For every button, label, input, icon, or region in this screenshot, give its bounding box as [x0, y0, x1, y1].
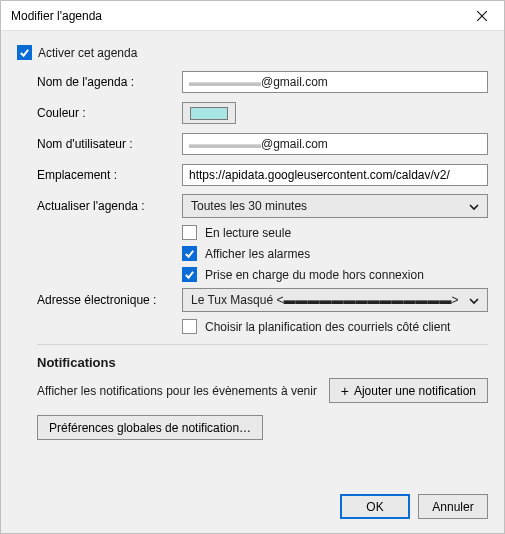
notifications-description: Afficher les notifications pour les évèn…	[37, 384, 319, 398]
refresh-value: Toutes les 30 minutes	[191, 199, 469, 213]
refresh-select[interactable]: Toutes les 30 minutes	[182, 194, 488, 218]
email-label: Adresse électronique :	[37, 293, 182, 307]
cancel-button[interactable]: Annuler	[418, 494, 488, 519]
titlebar: Modifier l'agenda	[1, 1, 504, 31]
chevron-down-icon	[469, 295, 479, 305]
activate-row: Activer cet agenda	[17, 45, 488, 60]
close-icon	[477, 11, 487, 21]
check-icon	[184, 248, 195, 259]
check-icon	[184, 269, 195, 280]
username-label: Nom d'utilisateur :	[37, 137, 182, 151]
offline-checkbox[interactable]	[182, 267, 197, 282]
calendar-name-label: Nom de l'agenda :	[37, 75, 182, 89]
color-picker-button[interactable]	[182, 102, 236, 124]
global-notification-prefs-button[interactable]: Préférences globales de notification…	[37, 415, 263, 440]
email-select[interactable]: Le Tux Masqué <▬▬▬▬▬▬▬▬▬▬▬▬▬▬>	[182, 288, 488, 312]
divider	[37, 344, 488, 345]
location-input[interactable]	[182, 164, 488, 186]
dialog-content: Activer cet agenda Nom de l'agenda : ▬▬▬…	[1, 31, 504, 482]
client-scheduling-label: Choisir la planification des courriels c…	[205, 320, 450, 334]
activate-label: Activer cet agenda	[38, 46, 137, 60]
ok-button[interactable]: OK	[340, 494, 410, 519]
close-button[interactable]	[462, 2, 502, 30]
location-label: Emplacement :	[37, 168, 182, 182]
form-area: Nom de l'agenda : ▬▬▬▬▬▬ @gmail.com Coul…	[17, 70, 488, 440]
client-scheduling-checkbox[interactable]	[182, 319, 197, 334]
window-title: Modifier l'agenda	[11, 9, 462, 23]
color-swatch	[190, 107, 228, 120]
global-notification-prefs-label: Préférences globales de notification…	[49, 421, 251, 435]
check-icon	[19, 47, 30, 58]
add-notification-label: Ajouter une notification	[354, 384, 476, 398]
chevron-down-icon	[469, 201, 479, 211]
username-suffix: @gmail.com	[261, 137, 328, 151]
offline-label: Prise en charge du mode hors connexion	[205, 268, 424, 282]
plus-icon: +	[341, 384, 349, 398]
masked-text: ▬▬▬▬▬▬	[189, 137, 261, 151]
notifications-heading: Notifications	[37, 355, 488, 370]
alarms-label: Afficher les alarmes	[205, 247, 310, 261]
dialog-footer: OK Annuler	[1, 482, 504, 533]
refresh-label: Actualiser l'agenda :	[37, 199, 182, 213]
dialog-window: Modifier l'agenda Activer cet agenda Nom…	[0, 0, 505, 534]
activate-checkbox[interactable]	[17, 45, 32, 60]
username-input[interactable]: ▬▬▬▬▬▬ @gmail.com	[182, 133, 488, 155]
alarms-checkbox[interactable]	[182, 246, 197, 261]
readonly-label: En lecture seule	[205, 226, 291, 240]
readonly-checkbox[interactable]	[182, 225, 197, 240]
color-label: Couleur :	[37, 106, 182, 120]
masked-text: ▬▬▬▬▬▬	[189, 75, 261, 89]
calendar-name-suffix: @gmail.com	[261, 75, 328, 89]
email-value: Le Tux Masqué <▬▬▬▬▬▬▬▬▬▬▬▬▬▬>	[191, 293, 469, 307]
add-notification-button[interactable]: + Ajouter une notification	[329, 378, 488, 403]
calendar-name-input[interactable]: ▬▬▬▬▬▬ @gmail.com	[182, 71, 488, 93]
